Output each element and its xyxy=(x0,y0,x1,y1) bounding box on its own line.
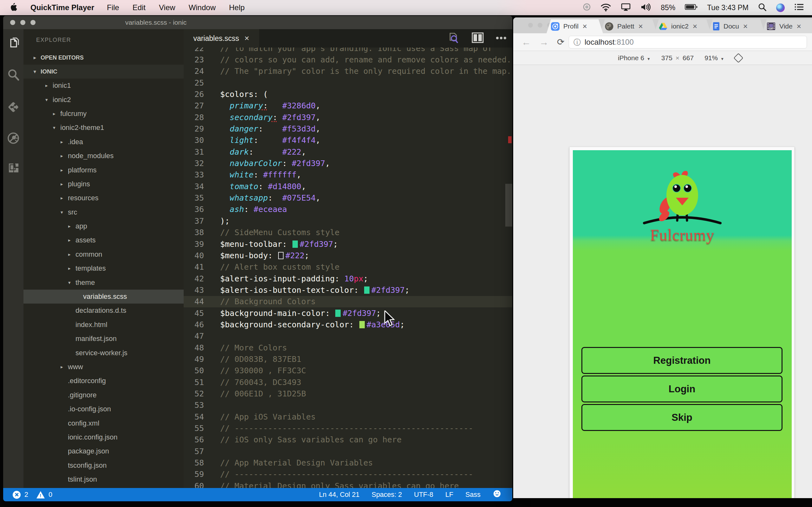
code-line-50[interactable]: 50// 930000 , FF3C3C xyxy=(184,365,512,377)
menubar-item-help[interactable]: Help xyxy=(229,3,245,12)
code-line-60[interactable]: 60// Material Design only Sass variables… xyxy=(184,480,512,488)
code-line-56[interactable]: 56// iOS only Sass variables can go here xyxy=(184,434,512,446)
code-line-46[interactable]: 46$background-secondary-color: #a3e05d; xyxy=(184,319,512,330)
code-line-45[interactable]: 45$background-main-color: #2fd397; xyxy=(184,307,512,319)
tree-item-ionic2-theme1[interactable]: ▾ionic2-theme1 xyxy=(23,121,184,135)
open-editors-section[interactable]: ▸ OPEN EDITORS xyxy=(23,51,184,65)
notification-center-icon[interactable] xyxy=(794,3,804,12)
tree-item-www[interactable]: ▸www xyxy=(23,360,184,374)
tree-item-node-modules[interactable]: ▸node_modules xyxy=(23,149,184,163)
browser-tab-docu[interactable]: Docu✕ xyxy=(708,19,765,33)
tree-item-variables-scss[interactable]: variables.scss xyxy=(23,290,184,303)
split-editor-icon[interactable] xyxy=(472,32,484,44)
code-line-28[interactable]: 28 secondary: #2fd397, xyxy=(184,112,512,123)
device-select[interactable]: iPhone 6▼ xyxy=(618,54,651,62)
editor-tab-variables-scss[interactable]: variables.scss ✕ xyxy=(184,29,259,48)
code-line-36[interactable]: 36 ash: #eceaea xyxy=(184,204,512,215)
status-spaces-2[interactable]: Spaces: 2 xyxy=(372,491,402,499)
code-line-30[interactable]: 30 light: #f4f4f4, xyxy=(184,135,512,146)
browser-tab-palett[interactable]: Palett✕ xyxy=(600,19,657,33)
login-button[interactable]: Login xyxy=(581,376,782,402)
siri-icon[interactable] xyxy=(776,3,785,12)
tree-item-ionic1[interactable]: ▸ionic1 xyxy=(23,78,184,93)
tree-item-idea[interactable]: ▸.idea xyxy=(23,135,184,149)
status-utf-8[interactable]: UTF-8 xyxy=(414,491,433,499)
debug-icon[interactable] xyxy=(6,131,20,145)
code-line-38[interactable]: 38// SideMenu Customs style xyxy=(184,227,512,238)
code-line-41[interactable]: 41// Alert box custom style xyxy=(184,262,512,273)
tree-item-ionic-config-json[interactable]: ionic.config.json xyxy=(23,430,184,444)
error-count[interactable]: 2 xyxy=(24,491,28,499)
warning-count[interactable]: 0 xyxy=(49,491,52,499)
browser-tab-ionic2[interactable]: ionic2✕ xyxy=(654,19,711,33)
registration-button[interactable]: Registration xyxy=(581,347,782,374)
tree-item-theme[interactable]: ▾theme xyxy=(23,275,184,289)
code-line-25[interactable]: 25 xyxy=(184,77,512,89)
site-info-icon[interactable]: ⓘ xyxy=(573,38,581,47)
close-tab-icon[interactable]: ✕ xyxy=(693,23,698,30)
code-line-48[interactable]: 48// More Colors xyxy=(184,342,512,353)
code-line-33[interactable]: 33 white: #ffffff, xyxy=(184,169,512,181)
code-line-37[interactable]: 37); xyxy=(184,215,512,227)
close-tab-icon[interactable]: ✕ xyxy=(244,35,250,42)
tree-item-ionic2[interactable]: ▾ionic2 xyxy=(23,93,184,107)
menubar-item-window[interactable]: Window xyxy=(189,3,216,12)
search-icon[interactable] xyxy=(6,68,20,82)
code-editor[interactable]: 22// to match your app's branding. Ionic… xyxy=(184,48,512,488)
tree-item-package-json[interactable]: package.json xyxy=(23,444,184,458)
minimize-window-button[interactable] xyxy=(538,23,542,27)
close-window-button[interactable] xyxy=(528,23,533,27)
tree-item-plugins[interactable]: ▸plugins xyxy=(23,177,184,191)
code-line-32[interactable]: 32 navbarColor: #2fd397, xyxy=(184,158,512,169)
tree-item-platforms[interactable]: ▸platforms xyxy=(23,163,184,177)
color-swatch[interactable] xyxy=(364,286,369,294)
code-line-23[interactable]: 23// colors so you can add, rename and r… xyxy=(184,54,512,65)
code-line-49[interactable]: 49// 0D083B, 837EB1 xyxy=(184,353,512,365)
menubar-item-edit[interactable]: Edit xyxy=(133,3,146,12)
address-bar[interactable]: ⓘ localhost:8100 xyxy=(569,36,807,49)
tree-item-editorconfig[interactable]: .editorconfig xyxy=(23,374,184,388)
tree-item-tslint-json[interactable]: tslint.json xyxy=(23,472,184,487)
reload-icon[interactable]: ⟳ xyxy=(557,37,564,47)
color-swatch[interactable] xyxy=(278,252,284,259)
close-tab-icon[interactable]: ✕ xyxy=(797,23,802,30)
close-tab-icon[interactable]: ✕ xyxy=(582,23,588,30)
code-line-54[interactable]: 54// App iOS Variables xyxy=(184,411,512,422)
device-dimensions[interactable]: 375×667 xyxy=(661,54,694,62)
code-line-29[interactable]: 29 danger: #f53d3d, xyxy=(184,123,512,134)
menubar-item-file[interactable]: File xyxy=(107,3,119,12)
code-line-24[interactable]: 24// The "primary" color is the only req… xyxy=(184,66,512,77)
tree-item-io-config-json[interactable]: .io-config.json xyxy=(23,402,184,416)
open-preview-icon[interactable] xyxy=(447,32,460,45)
code-line-34[interactable]: 34 tomato: #d14800, xyxy=(184,181,512,192)
code-line-52[interactable]: 52// 006E1D , 31D25B xyxy=(184,388,512,399)
extensions-icon[interactable] xyxy=(6,162,20,176)
status-lf[interactable]: LF xyxy=(445,491,453,499)
code-line-57[interactable]: 57 xyxy=(184,446,512,457)
menubar-item-view[interactable]: View xyxy=(159,3,175,12)
zoom-select[interactable]: 91%▼ xyxy=(705,54,724,62)
status-ln-44-col-21[interactable]: Ln 44, Col 21 xyxy=(319,491,360,499)
tree-item-templates[interactable]: ▸templates xyxy=(23,262,184,275)
tree-item-service-worker-js[interactable]: service-worker.js xyxy=(23,346,184,360)
tree-item-src[interactable]: ▾src xyxy=(23,205,184,219)
code-line-39[interactable]: 39$menu-toolbar: #2fd397; xyxy=(184,238,512,250)
menubar-clock[interactable]: Tue 3:43 PM xyxy=(707,3,749,12)
color-swatch[interactable] xyxy=(335,309,341,317)
browser-tab-vide[interactable]: GIFVide✕ xyxy=(762,19,812,33)
tree-item-gitignore[interactable]: .gitignore xyxy=(23,388,184,402)
tree-item-config-xml[interactable]: config.xml xyxy=(23,416,184,430)
tree-item-app[interactable]: ▸app xyxy=(23,219,184,233)
wifi-icon[interactable] xyxy=(600,3,611,13)
errors-icon[interactable] xyxy=(13,491,20,499)
tree-item-fulcrumy[interactable]: ▸fulcrumy xyxy=(23,107,184,121)
menubar-app-name[interactable]: QuickTime Player xyxy=(31,3,94,12)
tree-item-manifest-json[interactable]: manifest.json xyxy=(23,332,184,346)
color-swatch[interactable] xyxy=(359,321,365,328)
code-line-47[interactable]: 47 xyxy=(184,331,512,342)
airplay-icon[interactable] xyxy=(621,3,631,13)
workspace-root-section[interactable]: ▾ IONIC xyxy=(23,65,184,78)
status-sass[interactable]: Sass xyxy=(465,491,480,499)
code-line-59[interactable]: 59// -----------------------------------… xyxy=(184,469,512,480)
feedback-smiley-icon[interactable] xyxy=(493,489,502,500)
